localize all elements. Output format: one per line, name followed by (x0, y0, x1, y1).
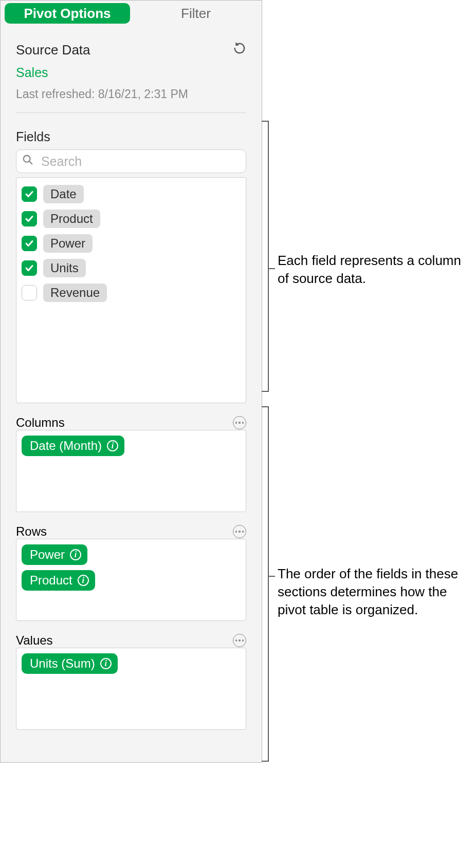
search-input[interactable] (16, 149, 246, 173)
callout-line-fields (268, 268, 275, 269)
field-row: Revenue (22, 280, 241, 305)
pivot-options-panel: Pivot Options Filter Source Data Sales L… (0, 0, 262, 763)
columns-more-button[interactable] (233, 416, 246, 429)
tab-bar: Pivot Options Filter (1, 1, 262, 26)
field-row: Power (22, 231, 241, 256)
callout-fields: Each field represents a column of source… (278, 252, 468, 288)
field-pill[interactable]: Units (Sum)i (22, 653, 118, 674)
svg-line-1 (29, 161, 32, 164)
values-heading: Values (16, 633, 53, 648)
field-pill[interactable]: Producti (22, 570, 95, 591)
field-checkbox[interactable] (22, 186, 37, 202)
source-name: Sales (16, 65, 246, 80)
info-icon[interactable]: i (107, 440, 118, 451)
field-tag[interactable]: Date (43, 185, 84, 203)
callout-sections: The order of the fields in these section… (278, 565, 468, 619)
field-tag[interactable]: Product (43, 210, 100, 228)
field-checkbox[interactable] (22, 236, 37, 251)
field-pill-label: Product (30, 573, 72, 588)
values-dropzone[interactable]: Units (Sum)i (16, 648, 246, 730)
source-data-heading: Source Data (16, 42, 90, 58)
field-checkbox[interactable] (22, 211, 37, 227)
field-tag[interactable]: Power (43, 234, 93, 253)
tab-filter[interactable]: Filter (130, 3, 262, 24)
field-checkbox[interactable] (22, 260, 37, 276)
values-more-button[interactable] (233, 634, 246, 647)
field-pill-label: Date (Month) (30, 439, 102, 453)
callout-line-sections (268, 576, 275, 577)
rows-more-button[interactable] (233, 525, 246, 538)
fields-list: DateProductPowerUnitsRevenue (16, 177, 246, 403)
search-icon (22, 154, 33, 168)
field-pill-label: Units (Sum) (30, 656, 95, 671)
columns-dropzone[interactable]: Date (Month)i (16, 430, 246, 512)
field-checkbox[interactable] (22, 285, 37, 300)
info-icon[interactable]: i (78, 575, 89, 586)
field-row: Product (22, 206, 241, 231)
field-tag[interactable]: Revenue (43, 284, 107, 302)
fields-heading: Fields (16, 129, 246, 144)
info-icon[interactable]: i (100, 658, 112, 669)
field-pill[interactable]: Poweri (22, 544, 87, 565)
refresh-icon[interactable] (233, 42, 246, 58)
last-refreshed: Last refreshed: 8/16/21, 2:31 PM (16, 87, 246, 101)
field-row: Units (22, 256, 241, 280)
field-tag[interactable]: Units (43, 259, 86, 277)
info-icon[interactable]: i (70, 549, 81, 560)
bracket-sections (268, 406, 269, 762)
rows-heading: Rows (16, 524, 47, 539)
field-pill-label: Power (30, 548, 65, 562)
bracket-fields (268, 121, 269, 392)
field-pill[interactable]: Date (Month)i (22, 436, 124, 456)
rows-dropzone[interactable]: PoweriProducti (16, 539, 246, 621)
tab-pivot-options[interactable]: Pivot Options (5, 3, 130, 24)
columns-heading: Columns (16, 416, 65, 430)
field-row: Date (22, 182, 241, 206)
